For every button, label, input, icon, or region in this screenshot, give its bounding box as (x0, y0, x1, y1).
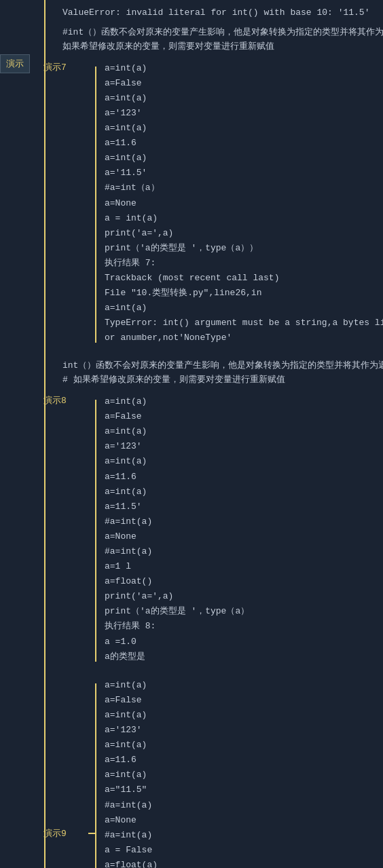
s8-line-8: #a=int(a) (105, 514, 383, 529)
section8-label: 演示8 (43, 394, 67, 407)
sidebar: 演示 (0, 0, 54, 868)
s7-line-4: a=int(a) (105, 121, 383, 136)
section7-content: a=int(a) a=False a=int(a) a='123' a=int(… (96, 61, 383, 349)
s8-line-14: print（'a的类型是 '，type（a） (105, 604, 383, 619)
section9-wrapper: 演示9 a=int(a) a=False a=int(a) a='123' a=… (62, 678, 383, 868)
s7-line-2: a=int(a) (105, 91, 383, 106)
section8-code: a=int(a) a=False a=int(a) a='123' a=int(… (105, 394, 383, 664)
s9-line-4: a=int(a) (105, 738, 383, 753)
s7-line-tb1: Trackback (most recent call last) (105, 271, 383, 286)
section9-dash (88, 833, 96, 834)
s7-line-tb2: File "10.类型转换.py",line26,in (105, 286, 383, 301)
s7-line-tb5: or anumber,not'NoneType' (105, 331, 383, 345)
section7-wrapper: 演示7 a=int(a) a=False a=int(a) a='123' a=… (62, 61, 383, 349)
s8-result-1: a =1.0 (105, 635, 383, 649)
s9-line-5: a=11.6 (105, 753, 383, 768)
s7-line-5: a=11.6 (105, 136, 383, 151)
section8-side: 演示8 (62, 394, 96, 667)
s7-line-12: print（'a的类型是 '，type（a）） (105, 241, 383, 256)
s8-line-4: a=int(a) (105, 454, 383, 469)
s9-line-3: a='123' (105, 723, 383, 738)
content-area: ValueError: invalid literal for int() wi… (54, 0, 383, 868)
s7-line-11: print('a=',a) (105, 226, 383, 241)
s9-line-2: a=int(a) (105, 708, 383, 723)
s8-line-3: a='123' (105, 439, 383, 454)
s8-result-label: 执行结果 8: (105, 619, 383, 634)
section7-code: a=int(a) a=False a=int(a) a='123' a=int(… (105, 61, 383, 346)
section9-content: a=int(a) a=False a=int(a) a='123' a=int(… (96, 678, 383, 868)
s9-line-6: a=int(a) (105, 768, 383, 782)
s8-line-10: #a=int(a) (105, 544, 383, 559)
section7-label: 演示7 (43, 61, 67, 73)
s8-line-5: a=11.6 (105, 470, 383, 485)
section9-side: 演示9 (62, 678, 96, 868)
s9-line-0: a=int(a) (105, 678, 383, 693)
s8-line-12: a=float() (105, 574, 383, 589)
section7-desc: int（）函数不会对原来的变量产生影响，他是对象转换为指定的类型并将其作为返回值… (62, 359, 383, 388)
s9-line-10: #a=int(a) (105, 828, 383, 843)
page-container: 演示 ValueError: invalid literal for int()… (0, 0, 383, 868)
s8-line-1: a=False (105, 409, 383, 424)
s8-line-2: a=int(a) (105, 424, 383, 439)
sidebar-label: 演示 (0, 54, 30, 73)
sidebar-vertical-line (44, 0, 45, 868)
s8-line-7: a=11.5' (105, 499, 383, 514)
section8-content: a=int(a) a=False a=int(a) a='123' a=int(… (96, 394, 383, 667)
section9-code: a=int(a) a=False a=int(a) a='123' a=int(… (105, 678, 383, 868)
s7-line-9: a=None (105, 196, 383, 211)
section7-side: 演示7 (62, 61, 96, 349)
s7-line-tb4: TypeError: int() argument must be a stri… (105, 316, 383, 331)
s9-line-8: #a=int(a) (105, 798, 383, 813)
s7-line-10: a = int(a) (105, 211, 383, 226)
s9-line-12: a=float(a) (105, 858, 383, 868)
s7-line-8: #a=int（a） (105, 181, 383, 195)
s7-line-0: a=int(a) (105, 61, 383, 76)
s8-result-2: a的类型是 (105, 649, 383, 664)
s8-line-9: a=None (105, 529, 383, 544)
section8-line (95, 400, 96, 662)
s8-line-11: a=1 l (105, 559, 383, 574)
intro-text: #int（）函数不会对原来的变量产生影响，他是对象转换为指定的类型并将其作为返回… (62, 26, 383, 54)
s9-line-1: a=False (105, 693, 383, 708)
s8-line-0: a=int(a) (105, 394, 383, 409)
s8-line-6: a=int(a) (105, 485, 383, 499)
s9-line-11: a = False (105, 843, 383, 858)
s7-line-3: a='123' (105, 106, 383, 121)
section8-wrapper: 演示8 a=int(a) a=False a=int(a) a='123' a=… (62, 394, 383, 667)
s7-line-tb3: a=int(a) (105, 301, 383, 316)
s7-result-label: 执行结果 7: (105, 256, 383, 271)
top-error: ValueError: invalid literal for int() wi… (62, 0, 383, 26)
s7-line-6: a=int(a) (105, 151, 383, 166)
s9-line-7: a="11.5" (105, 782, 383, 797)
s7-line-1: a=False (105, 76, 383, 91)
section9-label: 演示9 (43, 827, 67, 839)
error-line: ValueError: invalid literal for int() wi… (62, 5, 383, 20)
section7-line (95, 67, 96, 343)
s9-line-9: a=None (105, 813, 383, 828)
s7-line-7: a='11.5' (105, 166, 383, 181)
s8-line-13: print('a=',a) (105, 589, 383, 604)
section9-line (95, 683, 96, 868)
